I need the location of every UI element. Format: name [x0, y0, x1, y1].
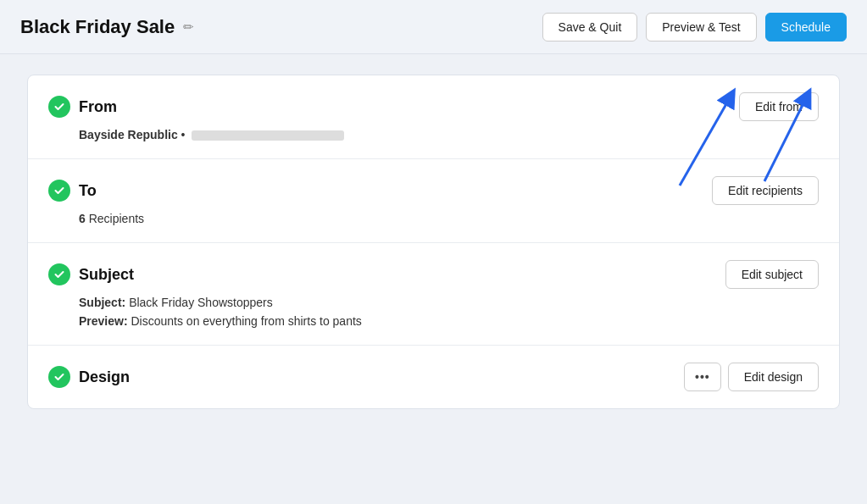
from-section: From Edit from Bayside Republic •: [28, 75, 839, 159]
preview-value: Discounts on everything from shirts to p…: [131, 314, 361, 328]
from-body: Bayside Republic •: [48, 128, 819, 141]
edit-subject-button[interactable]: Edit subject: [725, 260, 819, 289]
to-section: To Edit recipients 6 Recipients: [28, 159, 839, 243]
sender-email-separator: •: [181, 128, 189, 141]
subject-section: Subject Edit subject Subject: Black Frid…: [28, 243, 839, 346]
from-title: From: [79, 98, 117, 116]
design-header: Design ••• Edit design: [48, 363, 819, 391]
to-body: 6 Recipients: [48, 212, 819, 225]
preview-label: Preview:: [79, 314, 128, 328]
subject-check-icon: [48, 263, 70, 285]
subject-line: Subject: Black Friday Showstoppers: [79, 296, 819, 309]
sections-card: From Edit from Bayside Republic •: [27, 75, 840, 409]
recipients-label: Recipients: [89, 212, 144, 225]
design-section: Design ••• Edit design: [28, 346, 839, 408]
to-title-row: To: [48, 180, 97, 202]
recipients-count: 6: [79, 212, 86, 225]
to-header: To Edit recipients: [48, 176, 819, 205]
from-title-row: From: [48, 96, 117, 118]
to-title: To: [79, 182, 97, 200]
from-header: From Edit from: [48, 92, 819, 121]
subject-value: Black Friday Showstoppers: [129, 296, 273, 309]
schedule-button[interactable]: Schedule: [765, 13, 847, 42]
save-quit-button[interactable]: Save & Quit: [542, 13, 638, 42]
page-title: Black Friday Sale: [20, 16, 175, 38]
preview-line: Preview: Discounts on everything from sh…: [79, 314, 819, 328]
main-content: From Edit from Bayside Republic •: [0, 54, 867, 429]
subject-title-row: Subject: [48, 263, 134, 285]
header-right: Save & Quit Preview & Test Schedule: [542, 13, 847, 42]
subject-label: Subject:: [79, 296, 125, 309]
subject-title: Subject: [79, 266, 134, 284]
subject-header: Subject Edit subject: [48, 260, 819, 289]
to-check-icon: [48, 180, 70, 202]
edit-pencil-icon[interactable]: ✏: [183, 19, 194, 35]
from-check-icon: [48, 96, 70, 118]
sender-email-blurred: [192, 130, 344, 141]
edit-design-button[interactable]: Edit design: [728, 363, 819, 391]
design-title-row: Design: [48, 366, 130, 388]
edit-from-button[interactable]: Edit from: [739, 92, 819, 121]
subject-body: Subject: Black Friday Showstoppers Previ…: [48, 296, 819, 328]
header: Black Friday Sale ✏ Save & Quit Preview …: [0, 0, 867, 54]
design-title: Design: [79, 368, 130, 386]
edit-recipients-button[interactable]: Edit recipients: [712, 176, 819, 205]
sender-name: Bayside Republic: [79, 128, 178, 141]
preview-test-button[interactable]: Preview & Test: [646, 13, 756, 42]
design-buttons: ••• Edit design: [684, 363, 819, 391]
more-options-button[interactable]: •••: [684, 363, 721, 391]
header-left: Black Friday Sale ✏: [20, 16, 194, 38]
design-check-icon: [48, 366, 70, 388]
